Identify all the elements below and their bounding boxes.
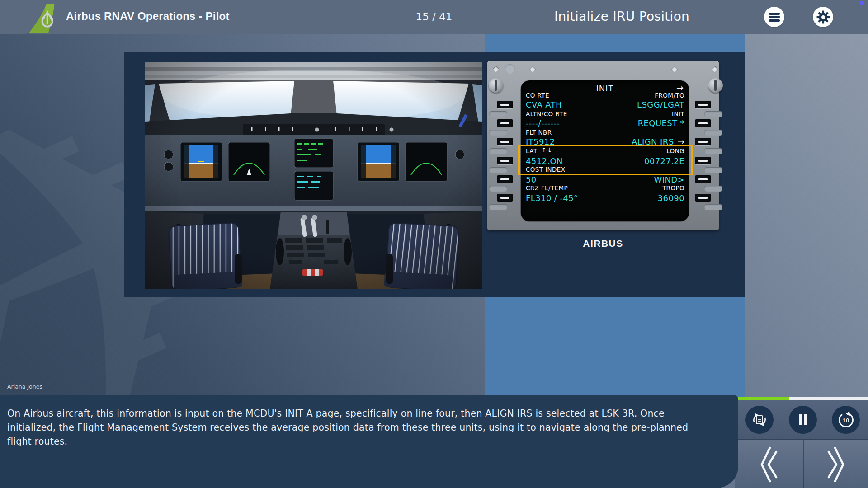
settings-button[interactable] (813, 7, 833, 27)
lsk-slot (704, 130, 722, 136)
lsk-3r-key[interactable] (695, 138, 711, 145)
caption-text: On Airbus aircraft, this information is … (0, 395, 738, 449)
next-page-arrow-icon: → (676, 83, 684, 93)
mcdu-value-row: FL310 / -45°36090 (526, 193, 684, 203)
progress-bar (735, 397, 868, 400)
mcdu-brightness-knob[interactable] (708, 78, 723, 93)
mcdu-value-row: ----/------REQUEST * (526, 118, 684, 128)
lsk-slot (704, 111, 722, 117)
mcdu-brightness-knob[interactable] (489, 78, 503, 93)
lsk-5l-key[interactable] (497, 175, 513, 183)
lsk-5r-key[interactable] (695, 175, 711, 183)
mcdu-label-row: CO RTEFROM/TO (526, 92, 684, 99)
lsk-slot (489, 148, 507, 154)
lsk-1r-key[interactable] (695, 101, 711, 108)
previous-slide-button[interactable] (735, 440, 803, 488)
next-slide-button[interactable] (804, 440, 868, 488)
progress-fill (735, 397, 789, 400)
notification-dot (860, 1, 864, 5)
lsk-slot (489, 111, 507, 117)
menu-button[interactable] (764, 7, 784, 27)
header-bar: Airbus RNAV Operations - Pilot 15 / 41 I… (0, 0, 868, 34)
caption-panel: On Airbus aircraft, this information is … (0, 395, 738, 488)
mcdu-label-row: ALTN/CO RTEINIT (526, 110, 684, 117)
mcdu-value-row: 50WIND> (526, 175, 684, 184)
hamburger-icon (769, 11, 780, 23)
lsk-6r-key[interactable] (695, 194, 711, 202)
lsk-slot (704, 148, 722, 154)
slide-title: Initialize IRU Position (554, 9, 689, 24)
lsk-4l-key[interactable] (497, 157, 513, 164)
chevron-left-icon (758, 446, 780, 483)
author-credit: Ariana Jones (7, 383, 42, 390)
lsk-4r-key[interactable] (695, 157, 711, 164)
cockpit-photo (145, 62, 482, 289)
lsk-slot (704, 186, 722, 192)
gear-icon (816, 10, 830, 24)
lsk-slot (489, 186, 507, 192)
mcdu-label-row: CRZ FL/TEMPTROPO (526, 184, 684, 192)
svg-text:10: 10 (843, 417, 849, 424)
airbus-brand-label: AIRBUS (487, 238, 719, 249)
lsk-slot (489, 204, 507, 210)
application-window: ✈ Airbus RNAV Operations - Pilot 15 / 41… (0, 0, 868, 488)
airline-tail-logo (25, 3, 61, 34)
lsk-slot (704, 167, 722, 173)
lsk-1l-key[interactable] (497, 101, 513, 108)
rewind-10-button[interactable]: 10 (832, 406, 860, 434)
lsk-slot (489, 130, 507, 136)
replay-slide-button[interactable] (745, 406, 774, 434)
pause-icon (796, 413, 810, 427)
replay-slide-icon (750, 411, 769, 429)
pause-button[interactable] (789, 406, 817, 434)
chevron-right-icon (825, 446, 847, 483)
lsk-2l-key[interactable] (497, 119, 513, 127)
app-title: Airbus RNAV Operations - Pilot (66, 10, 230, 23)
slide-navigation (735, 439, 868, 488)
mcdu-value-row: CVA ATHLSGG/LGAT (526, 100, 684, 109)
lsk-slot (704, 204, 722, 210)
lsk-6l-key[interactable] (497, 194, 513, 202)
lsk-slot (489, 167, 507, 173)
lsk-2r-key[interactable] (695, 119, 711, 127)
lsk-3l-key[interactable] (497, 138, 513, 145)
lat-long-highlight-box (518, 145, 693, 175)
playback-controls: 10 (735, 400, 868, 439)
mcdu-label-row: FLT NBR (526, 129, 684, 136)
page-indicator: 15 / 41 (407, 11, 461, 23)
mcdu-sensor (505, 64, 515, 74)
rewind-10-icon: 10 (837, 411, 855, 429)
